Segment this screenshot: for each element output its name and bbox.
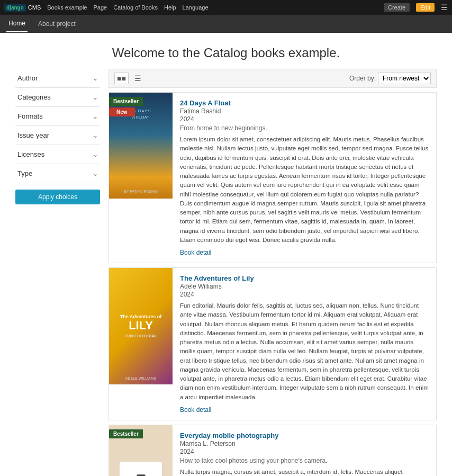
site-nav: Home About project bbox=[0, 15, 452, 33]
order-by-select[interactable]: From newest From oldest Title A-Z Title … bbox=[378, 73, 431, 84]
book-card: The Adventures of LILY FUN EDITORIAL ADE… bbox=[109, 267, 437, 420]
book-detail-link[interactable]: Book detail bbox=[180, 406, 211, 414]
filter-formats-header[interactable]: Formats ⌄ bbox=[15, 107, 100, 125]
book-title-link[interactable]: The Adventures of Lily bbox=[180, 274, 254, 282]
book-tagline: From home to new beginnings. bbox=[180, 124, 429, 132]
page-title: Welcome to the Catalog books example. bbox=[8, 46, 444, 60]
book-info: Everyday mobile photography Marrisa L. P… bbox=[173, 425, 436, 476]
list-controls: ■■ ☰ Order by: From newest From oldest T… bbox=[109, 69, 437, 88]
book-desc: Nulla turpis magna, cursus sit amet, sus… bbox=[180, 468, 429, 476]
filter-type-chevron: ⌄ bbox=[93, 170, 98, 177]
admin-link-catalog[interactable]: Catalog of Books bbox=[113, 4, 158, 11]
nav-home[interactable]: Home bbox=[6, 15, 28, 32]
book-author: Adele Williams bbox=[180, 283, 429, 290]
filter-author-label: Author bbox=[17, 74, 38, 82]
book-author: Fatima Rashid bbox=[180, 107, 429, 115]
page-title-area: Welcome to the Catalog books example. bbox=[0, 33, 452, 69]
filter-categories-chevron: ⌄ bbox=[93, 94, 98, 101]
book-list-area: ■■ ☰ Order by: From newest From oldest T… bbox=[109, 69, 437, 476]
view-toggle: ■■ ☰ bbox=[114, 73, 144, 84]
filter-author-header[interactable]: Author ⌄ bbox=[15, 69, 100, 87]
book-desc: Lorem ipsum dolor sit amet, consectetuer… bbox=[180, 135, 429, 245]
sidebar: Author ⌄ Categories ⌄ Formats ⌄ Issue ye… bbox=[15, 69, 100, 476]
book-title-link[interactable]: Everyday mobile photography bbox=[180, 432, 278, 439]
nav-about[interactable]: About project bbox=[36, 16, 78, 32]
book-year: 2024 bbox=[180, 291, 429, 298]
book-author: Marrisa L. Peterson bbox=[180, 440, 429, 447]
filter-formats-label: Formats bbox=[17, 112, 43, 120]
cms-label: CMS bbox=[28, 4, 41, 11]
list-view-icon[interactable]: ☰ bbox=[132, 73, 144, 84]
book-tagline: How to take cool photos using your phone… bbox=[180, 457, 429, 464]
book-year: 2024 bbox=[180, 115, 429, 123]
grid-view-icon[interactable]: ■■ bbox=[114, 73, 129, 84]
order-by-label: Order by: bbox=[349, 75, 376, 82]
admin-link-language[interactable]: Language bbox=[183, 4, 209, 11]
django-cms-logo: django CMS bbox=[4, 4, 41, 12]
filter-issue-year-chevron: ⌄ bbox=[93, 132, 98, 139]
book-cover: 📱 EVERYDAYMOBILEPHOTOGRAPHY Bestseller bbox=[109, 425, 173, 476]
filter-author-chevron: ⌄ bbox=[93, 75, 98, 82]
book-year: 2024 bbox=[180, 448, 429, 455]
filter-formats: Formats ⌄ bbox=[15, 107, 100, 126]
filter-categories-header[interactable]: Categories ⌄ bbox=[15, 88, 100, 106]
filter-type-label: Type bbox=[17, 169, 32, 177]
filter-issue-year: Issue year ⌄ bbox=[15, 126, 100, 145]
book-info: 24 Days A Float Fatima Rashid 2024 From … bbox=[173, 93, 436, 263]
filter-licenses: Licenses ⌄ bbox=[15, 145, 100, 164]
order-by: Order by: From newest From oldest Title … bbox=[349, 73, 431, 84]
filter-issue-year-header[interactable]: Issue year ⌄ bbox=[15, 126, 100, 145]
admin-app-name[interactable]: Books example bbox=[47, 4, 87, 11]
filter-licenses-header[interactable]: Licenses ⌄ bbox=[15, 145, 100, 164]
django-logo: django bbox=[4, 4, 26, 12]
hamburger-icon[interactable]: ☰ bbox=[441, 3, 448, 12]
badge-bestseller: Bestseller bbox=[109, 429, 143, 438]
admin-link-help[interactable]: Help bbox=[164, 4, 176, 11]
main-layout: Author ⌄ Categories ⌄ Formats ⌄ Issue ye… bbox=[9, 69, 443, 476]
apply-choices-button[interactable]: Apply choices bbox=[15, 190, 100, 204]
edit-button[interactable]: Edit bbox=[416, 3, 435, 12]
filter-licenses-label: Licenses bbox=[17, 150, 44, 158]
badge-new: New bbox=[109, 107, 135, 116]
book-info: The Adventures of Lily Adele Williams 20… bbox=[173, 268, 436, 420]
book-card: 📱 EVERYDAYMOBILEPHOTOGRAPHY Bestseller E… bbox=[109, 425, 437, 476]
book-cover: The Adventures of LILY FUN EDITORIAL ADE… bbox=[109, 268, 173, 420]
filter-licenses-chevron: ⌄ bbox=[93, 151, 98, 158]
create-button[interactable]: Create bbox=[384, 3, 410, 12]
filter-categories-label: Categories bbox=[17, 93, 51, 101]
filter-type: Type ⌄ bbox=[15, 164, 100, 183]
filter-issue-year-label: Issue year bbox=[17, 131, 49, 139]
filter-categories: Categories ⌄ bbox=[15, 88, 100, 107]
book-title-link[interactable]: 24 Days A Float bbox=[180, 99, 231, 107]
filter-type-header[interactable]: Type ⌄ bbox=[15, 164, 100, 183]
book-cover: 24 DAYS A FLOAT BY FATIMA RASHID Bestsel… bbox=[109, 93, 173, 263]
admin-link-page[interactable]: Page bbox=[93, 4, 107, 11]
admin-bar: django CMS Books example Page Catalog of… bbox=[0, 0, 452, 15]
filter-formats-chevron: ⌄ bbox=[93, 113, 98, 120]
badge-bestseller: Bestseller bbox=[109, 97, 143, 106]
book-detail-link[interactable]: Book detail bbox=[180, 249, 211, 256]
book-card: 24 DAYS A FLOAT BY FATIMA RASHID Bestsel… bbox=[109, 92, 437, 263]
book-desc: Fun editorial. Mauris dolor felis, sagit… bbox=[180, 301, 429, 402]
filter-author: Author ⌄ bbox=[15, 69, 100, 88]
